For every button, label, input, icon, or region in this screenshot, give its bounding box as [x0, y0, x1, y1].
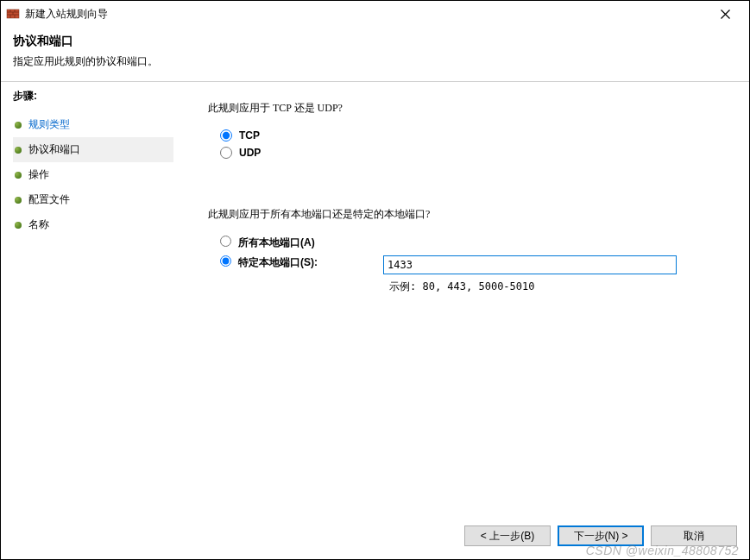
- page-title: 协议和端口: [13, 34, 737, 49]
- steps-sidebar: 步骤: 规则类型 协议和端口 操作 配置文件 名称: [1, 82, 173, 518]
- bullet-icon: [15, 222, 22, 229]
- wizard-body: 步骤: 规则类型 协议和端口 操作 配置文件 名称 此规: [1, 82, 749, 518]
- wizard-window: 新建入站规则向导 协议和端口 指定应用此规则的协议和端口。 步骤: 规则类型 协…: [0, 0, 750, 560]
- step-protocol-port[interactable]: 协议和端口: [13, 137, 173, 162]
- cancel-button[interactable]: 取消: [651, 525, 737, 546]
- radio-all-ports[interactable]: [220, 236, 231, 247]
- port-question: 此规则应用于所有本地端口还是特定的本地端口?: [208, 207, 732, 222]
- bullet-icon: [15, 122, 22, 129]
- step-action[interactable]: 操作: [13, 162, 173, 187]
- bullet-icon: [15, 147, 22, 154]
- radio-tcp[interactable]: [220, 129, 232, 142]
- step-label: 规则类型: [28, 117, 70, 132]
- title-bar-left: 新建入站规则向导: [6, 7, 108, 22]
- protocol-radio-group: TCP UDP: [220, 129, 732, 159]
- wizard-content: 此规则应用于 TCP 还是 UDP? TCP UDP 此规则应用于所有本地端口还…: [173, 82, 749, 518]
- radio-tcp-label: TCP: [239, 129, 260, 142]
- wizard-header: 协议和端口 指定应用此规则的协议和端口。: [1, 27, 749, 78]
- port-example: 示例: 80, 443, 5000-5010: [389, 280, 732, 294]
- wizard-footer: < 上一步(B) 下一步(N) > 取消: [1, 518, 749, 559]
- radio-specific-ports-label: 特定本地端口(S):: [238, 255, 376, 270]
- radio-specific-ports-row: 特定本地端口(S):: [220, 255, 732, 274]
- bullet-icon: [15, 197, 22, 204]
- close-button[interactable]: [708, 2, 742, 26]
- radio-all-ports-row: 所有本地端口(A): [220, 236, 732, 250]
- step-label: 协议和端口: [28, 142, 80, 157]
- radio-specific-ports[interactable]: [220, 255, 231, 267]
- title-bar: 新建入站规则向导: [1, 1, 749, 27]
- bullet-icon: [15, 172, 22, 179]
- window-title: 新建入站规则向导: [25, 7, 108, 22]
- back-button[interactable]: < 上一步(B): [464, 525, 551, 546]
- protocol-question: 此规则应用于 TCP 还是 UDP?: [208, 101, 732, 116]
- step-label: 操作: [28, 167, 49, 182]
- page-description: 指定应用此规则的协议和端口。: [13, 54, 737, 69]
- close-icon: [721, 9, 730, 19]
- step-name[interactable]: 名称: [13, 212, 173, 237]
- radio-udp-row: UDP: [220, 147, 732, 159]
- port-input[interactable]: [383, 255, 677, 274]
- radio-udp[interactable]: [220, 147, 232, 159]
- step-profile[interactable]: 配置文件: [13, 187, 173, 212]
- next-button[interactable]: 下一步(N) >: [558, 525, 644, 546]
- step-rule-type[interactable]: 规则类型: [13, 112, 173, 137]
- steps-heading: 步骤:: [13, 89, 173, 104]
- radio-udp-label: UDP: [239, 147, 261, 159]
- step-label: 名称: [28, 217, 49, 232]
- port-radio-group: 所有本地端口(A) 特定本地端口(S): 示例: 80, 443, 5000-5…: [220, 236, 732, 294]
- firewall-icon: [6, 7, 20, 21]
- step-label: 配置文件: [28, 192, 70, 207]
- radio-all-ports-label: 所有本地端口(A): [238, 236, 376, 250]
- radio-tcp-row: TCP: [220, 129, 732, 142]
